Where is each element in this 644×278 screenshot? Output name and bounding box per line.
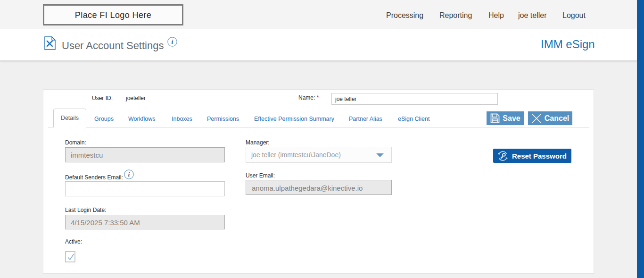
svg-text:i: i bbox=[128, 171, 130, 178]
svg-text:i: i bbox=[172, 38, 173, 45]
